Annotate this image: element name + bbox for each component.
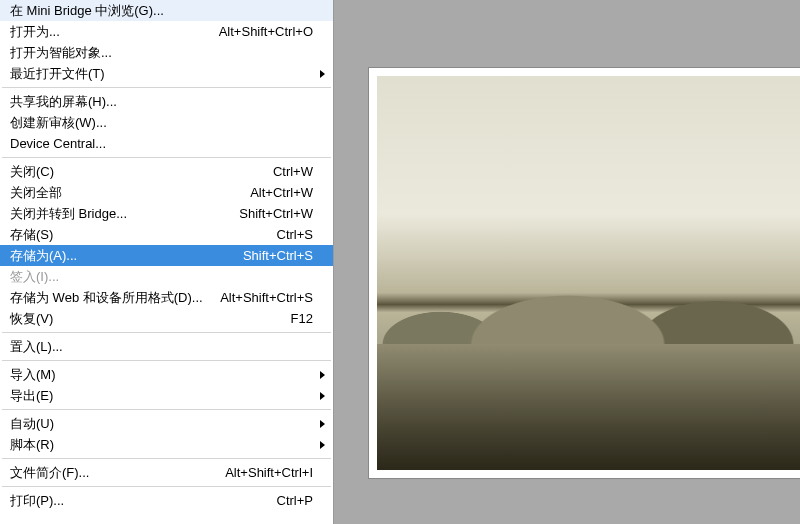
menu-item-label: 存储为(A)... — [10, 247, 243, 265]
menu-item-shortcut: Ctrl+S — [277, 227, 313, 242]
menu-item[interactable]: 共享我的屏幕(H)... — [0, 91, 333, 112]
submenu-arrow-icon — [320, 392, 325, 400]
menu-item[interactable]: 存储为 Web 和设备所用格式(D)...Alt+Shift+Ctrl+S — [0, 287, 333, 308]
menu-separator — [2, 486, 331, 487]
menu-item[interactable]: 打开为智能对象... — [0, 42, 333, 63]
menu-item-label: 签入(I)... — [10, 268, 313, 286]
menu-item-label: 自动(U) — [10, 415, 313, 433]
menu-item-shortcut: Ctrl+P — [277, 493, 313, 508]
menu-item[interactable]: 恢复(V)F12 — [0, 308, 333, 329]
menu-item[interactable]: Device Central... — [0, 133, 333, 154]
menu-item[interactable]: 导出(E) — [0, 385, 333, 406]
menu-separator — [2, 332, 331, 333]
menu-item-label: 导出(E) — [10, 387, 313, 405]
menu-item-shortcut: Alt+Ctrl+W — [250, 185, 313, 200]
menu-item-label: 打开为智能对象... — [10, 44, 313, 62]
menu-item[interactable]: 打印(P)...Ctrl+P — [0, 490, 333, 511]
menu-item-label: 导入(M) — [10, 366, 313, 384]
menu-separator — [2, 157, 331, 158]
menu-item-label: 打印(P)... — [10, 492, 277, 510]
menu-item-label: 恢复(V) — [10, 310, 291, 328]
menu-item-label: 脚本(R) — [10, 436, 313, 454]
menu-item-label: 关闭并转到 Bridge... — [10, 205, 239, 223]
menu-item[interactable]: 存储(S)Ctrl+S — [0, 224, 333, 245]
menu-separator — [2, 458, 331, 459]
menu-item-label: 关闭全部 — [10, 184, 250, 202]
menu-item-label: Device Central... — [10, 136, 313, 151]
menu-item[interactable]: 脚本(R) — [0, 434, 333, 455]
menu-item[interactable]: 存储为(A)...Shift+Ctrl+S — [0, 245, 333, 266]
menu-item[interactable]: 关闭并转到 Bridge...Shift+Ctrl+W — [0, 203, 333, 224]
menu-item[interactable]: 文件简介(F)...Alt+Shift+Ctrl+I — [0, 462, 333, 483]
submenu-arrow-icon — [320, 371, 325, 379]
canvas-workspace — [334, 0, 800, 524]
menu-item-shortcut: Ctrl+W — [273, 164, 313, 179]
menu-item-label: 文件简介(F)... — [10, 464, 225, 482]
submenu-arrow-icon — [320, 70, 325, 78]
menu-item-shortcut: Shift+Ctrl+W — [239, 206, 313, 221]
document-image — [377, 76, 800, 470]
menu-separator — [2, 409, 331, 410]
menu-item[interactable]: 置入(L)... — [0, 336, 333, 357]
menu-item-shortcut: Alt+Shift+Ctrl+O — [219, 24, 313, 39]
menu-item-label: 在 Mini Bridge 中浏览(G)... — [10, 2, 313, 20]
menu-item[interactable]: 创建新审核(W)... — [0, 112, 333, 133]
menu-item[interactable]: 自动(U) — [0, 413, 333, 434]
menu-item[interactable]: 打开为...Alt+Shift+Ctrl+O — [0, 21, 333, 42]
menu-item-label: 打开为... — [10, 23, 219, 41]
submenu-arrow-icon — [320, 441, 325, 449]
menu-item-shortcut: Shift+Ctrl+S — [243, 248, 313, 263]
menu-item-label: 置入(L)... — [10, 338, 313, 356]
menu-item[interactable]: 导入(M) — [0, 364, 333, 385]
menu-item[interactable]: 关闭(C)Ctrl+W — [0, 161, 333, 182]
menu-item-label: 存储为 Web 和设备所用格式(D)... — [10, 289, 220, 307]
document-window[interactable] — [369, 68, 800, 478]
menu-separator — [2, 360, 331, 361]
menu-item-label: 最近打开文件(T) — [10, 65, 313, 83]
menu-item-shortcut: Alt+Shift+Ctrl+S — [220, 290, 313, 305]
submenu-arrow-icon — [320, 420, 325, 428]
menu-item: 签入(I)... — [0, 266, 333, 287]
file-menu-dropdown: 在 Mini Bridge 中浏览(G)...打开为...Alt+Shift+C… — [0, 0, 334, 524]
menu-item-label: 关闭(C) — [10, 163, 273, 181]
menu-separator — [2, 87, 331, 88]
menu-item-label: 存储(S) — [10, 226, 277, 244]
menu-item-label: 共享我的屏幕(H)... — [10, 93, 313, 111]
menu-item[interactable]: 在 Mini Bridge 中浏览(G)... — [0, 0, 333, 21]
image-content-mountains — [377, 226, 800, 344]
menu-item-label: 创建新审核(W)... — [10, 114, 313, 132]
menu-item[interactable]: 关闭全部Alt+Ctrl+W — [0, 182, 333, 203]
image-content-reflection — [377, 344, 800, 470]
menu-item[interactable]: 最近打开文件(T) — [0, 63, 333, 84]
menu-item-shortcut: Alt+Shift+Ctrl+I — [225, 465, 313, 480]
menu-item-shortcut: F12 — [291, 311, 313, 326]
